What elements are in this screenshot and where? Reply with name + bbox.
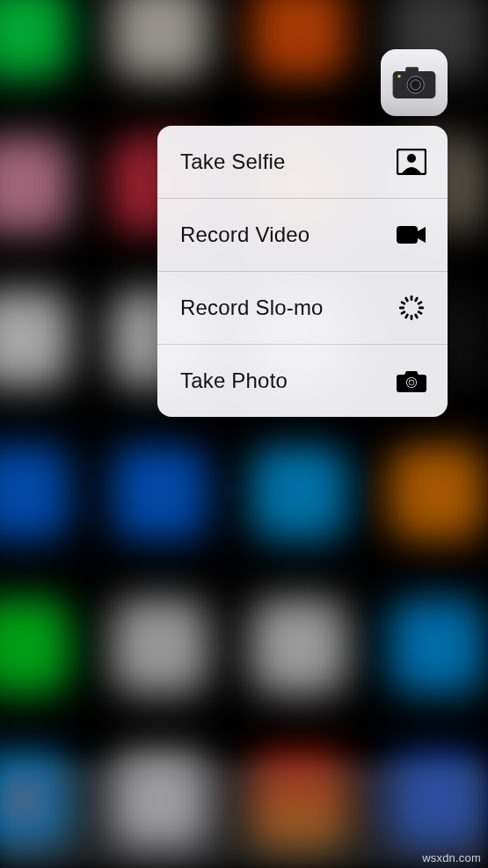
quick-action-label: Take Photo bbox=[180, 368, 288, 393]
person-silhouette-icon bbox=[397, 149, 426, 175]
quick-action-label: Record Slo-mo bbox=[180, 295, 324, 320]
quick-action-label: Record Video bbox=[180, 222, 310, 247]
slo-mo-spinner-icon bbox=[397, 295, 426, 321]
svg-point-5 bbox=[397, 75, 400, 77]
camera-icon bbox=[397, 368, 426, 394]
svg-rect-8 bbox=[397, 226, 418, 244]
svg-point-2 bbox=[406, 76, 425, 94]
svg-point-7 bbox=[407, 154, 416, 163]
watermark: wsxdn.com bbox=[422, 851, 481, 864]
svg-rect-1 bbox=[405, 67, 419, 74]
quick-action-take-selfie[interactable]: Take Selfie bbox=[157, 126, 448, 199]
camera-app-icon[interactable] bbox=[381, 49, 448, 116]
svg-point-13 bbox=[409, 380, 413, 384]
video-camera-icon bbox=[397, 222, 426, 248]
camera-icon bbox=[391, 65, 437, 100]
quick-action-record-slo-mo[interactable]: Record Slo-mo bbox=[157, 272, 448, 345]
quick-action-take-photo[interactable]: Take Photo bbox=[157, 345, 448, 417]
quick-action-label: Take Selfie bbox=[180, 150, 286, 174]
quick-actions-menu: Take Selfie Record Video Record Slo-mo bbox=[157, 126, 448, 417]
svg-rect-9 bbox=[411, 295, 413, 301]
quick-action-record-video[interactable]: Record Video bbox=[157, 199, 448, 272]
